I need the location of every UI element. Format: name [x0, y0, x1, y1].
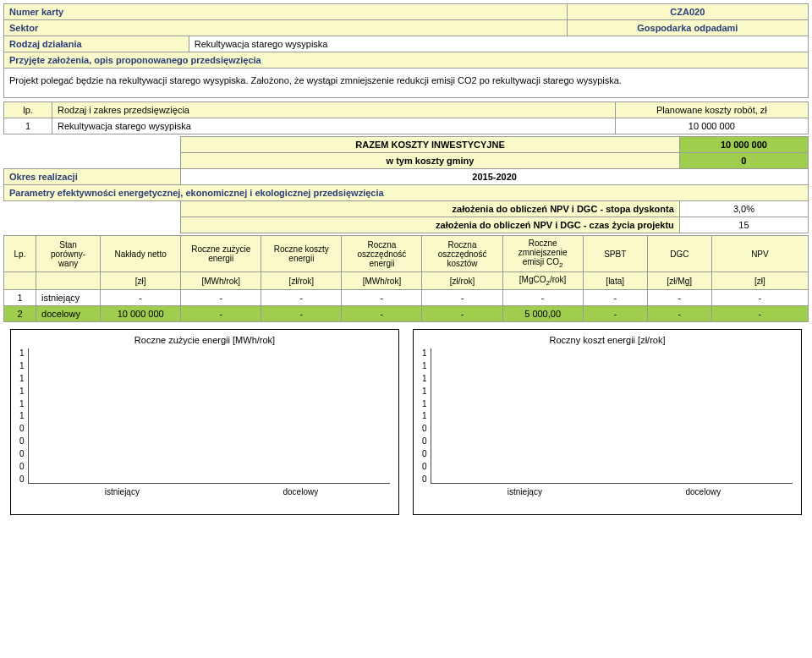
u-energy-use: [MWh/rok]	[181, 272, 261, 290]
scope-row-name: Rekultywacja starego wysypiska	[52, 118, 616, 134]
assump-life-value: 15	[679, 217, 808, 233]
chart-1-y-axis: 11111100000	[19, 348, 28, 484]
card-number-label: Numer karty	[4, 4, 568, 20]
u-energy-save: [MWh/rok]	[342, 272, 422, 290]
u-dgc: [zł/Mg]	[647, 272, 711, 290]
data-table: Lp. Stan porówny-wany Nakłady netto Rocz…	[3, 235, 809, 322]
assumptions-text: Projekt polegać będzie na rekultywacji s…	[4, 69, 809, 98]
assump-disc-value: 3,0%	[679, 201, 808, 217]
params-label: Parametry efektywności energetycznej, ek…	[4, 185, 809, 201]
h-energy-save: Roczna oszczędność energii	[342, 236, 422, 272]
assump-life-label: założenia do obliczeń NPV i DGC - czas ż…	[181, 217, 680, 233]
h-cost-save: Roczna oszczędność kosztów	[422, 236, 502, 272]
muni-value: 0	[679, 153, 808, 169]
u-npv: [zł]	[711, 272, 808, 290]
cost-header: Planowane koszty robót, zł	[615, 102, 808, 118]
h-state: Stan porówny-wany	[36, 236, 101, 272]
scope-row-no: 1	[4, 118, 52, 134]
assumptions-label: Przyjęte założenia, opis proponowanego p…	[4, 52, 809, 69]
sector-value: Gospodarka odpadami	[567, 20, 808, 36]
chart-energy-cost: Roczny koszt energii [zł/rok] 1111110000…	[413, 329, 802, 515]
sum-value: 10 000 000	[679, 137, 808, 153]
table-row: 1 istniejący - - - - - - - - -	[4, 290, 809, 306]
h-outlay: Nakłady netto	[101, 236, 181, 272]
scope-row-cost: 10 000 000	[615, 118, 808, 134]
u-energy-cost: [zł/rok]	[261, 272, 342, 290]
sum-label: RAZEM KOSZTY INWESTYCYJNE	[181, 137, 680, 153]
chart-title-1: Roczne zużycie energii [MWh/rok]	[19, 335, 390, 345]
h-energy-cost: Roczne koszty energii	[261, 236, 342, 272]
h-npv: NPV	[711, 236, 808, 272]
period-label: Okres realizacji	[4, 169, 181, 185]
chart-energy-use: Roczne zużycie energii [MWh/rok] 1111110…	[10, 329, 399, 515]
h-lp: Lp.	[4, 236, 36, 272]
chart-2-y-axis: 11111100000	[422, 348, 431, 484]
h-energy-use: Roczne zużycie energii	[181, 236, 261, 272]
header-table: Numer karty CZA020 Sektor Gospodarka odp…	[3, 3, 809, 98]
period-value: 2015-2020	[181, 169, 809, 185]
card-number-value: CZA020	[567, 4, 808, 20]
u-cost-save: [zł/rok]	[422, 272, 502, 290]
h-co2: Roczne zmniejszenie emisji CO2	[502, 236, 583, 272]
chart-2-x-axis: istniejący docelowy	[422, 487, 793, 496]
scope-table: lp. Rodzaj i zakres przedsięwzięcia Plan…	[3, 101, 809, 134]
u-outlay: [zł]	[101, 272, 181, 290]
h-dgc: DGC	[647, 236, 711, 272]
muni-label: w tym koszty gminy	[181, 153, 680, 169]
action-type-value: Rekultywacja starego wysypiska	[189, 36, 808, 52]
table-row: 2 docelowy 10 000 000 - - - - 5 000,00 -…	[4, 306, 809, 322]
chart-title-2: Roczny koszt energii [zł/rok]	[422, 335, 793, 345]
u-co2: [MgCO2/rok]	[502, 272, 583, 290]
h-spbt: SPBT	[583, 236, 647, 272]
assump-disc-label: założenia do obliczeń NPV i DGC - stopa …	[181, 201, 680, 217]
summary-table: RAZEM KOSZTY INWESTYCYJNE 10 000 000 w t…	[3, 136, 809, 233]
chart-1-x-axis: istniejący docelowy	[19, 487, 390, 496]
sector-label: Sektor	[4, 20, 568, 36]
lp-header: lp.	[4, 102, 52, 118]
u-spbt: [lata]	[583, 272, 647, 290]
scope-header: Rodzaj i zakres przedsięwzięcia	[52, 102, 616, 118]
action-type-label: Rodzaj działania	[4, 36, 189, 52]
charts-area: Roczne zużycie energii [MWh/rok] 1111110…	[3, 322, 809, 522]
